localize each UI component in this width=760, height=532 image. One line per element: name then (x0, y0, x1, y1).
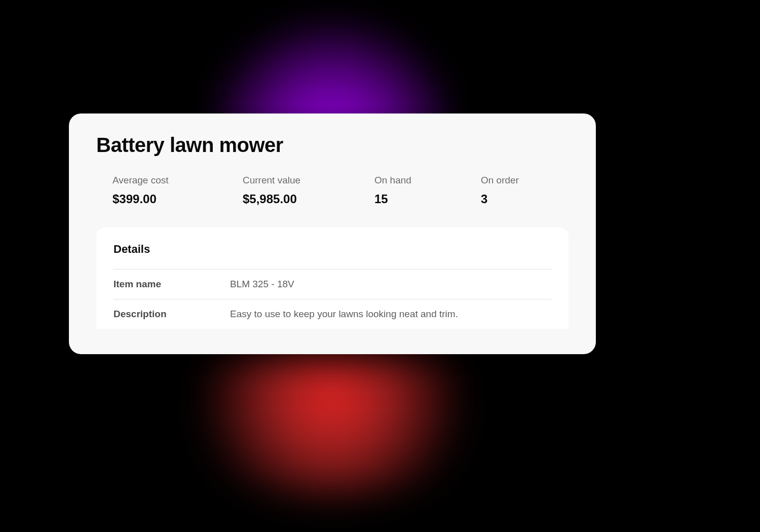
stat-value-on-order: 3 (481, 192, 568, 206)
stat-on-hand: On hand 15 (374, 175, 481, 206)
detail-val-item-name: BLM 325 - 18V (230, 279, 294, 290)
stat-label-on-hand: On hand (374, 175, 481, 186)
product-card: Battery lawn mower Average cost $399.00 … (69, 113, 596, 354)
stat-average-cost: Average cost $399.00 (112, 175, 243, 206)
stat-value-current-value: $5,985.00 (243, 192, 374, 206)
stat-label-average-cost: Average cost (112, 175, 243, 186)
detail-key-item-name: Item name (113, 279, 230, 290)
details-heading: Details (113, 243, 551, 256)
stat-label-on-order: On order (481, 175, 568, 186)
detail-val-description: Easy to use to keep your lawns looking n… (230, 309, 458, 320)
stat-on-order: On order 3 (481, 175, 568, 206)
detail-row-item-name: Item name BLM 325 - 18V (113, 269, 551, 299)
stat-value-on-hand: 15 (374, 192, 481, 206)
stats-row: Average cost $399.00 Current value $5,98… (96, 175, 568, 206)
stat-label-current-value: Current value (243, 175, 374, 186)
detail-key-description: Description (113, 309, 230, 320)
details-panel: Details Item name BLM 325 - 18V Descript… (96, 227, 568, 329)
product-title: Battery lawn mower (96, 134, 568, 157)
detail-row-description: Description Easy to use to keep your law… (113, 299, 551, 329)
stat-current-value: Current value $5,985.00 (243, 175, 374, 206)
stat-value-average-cost: $399.00 (112, 192, 243, 206)
card-header: Battery lawn mower Average cost $399.00 … (69, 113, 596, 218)
